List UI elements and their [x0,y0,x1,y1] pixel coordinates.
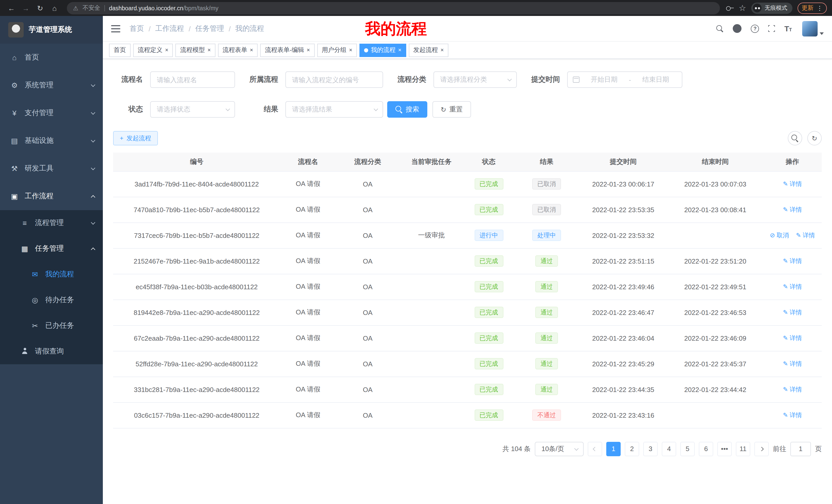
detail-link[interactable]: ✎详情 [783,282,802,291]
start-date-placeholder[interactable]: 开始日期 [583,75,625,84]
github-icon[interactable] [733,24,742,33]
reset-button[interactable]: ↻ 重置 [433,101,471,118]
sidebar-item-task-mgmt[interactable]: ▦ 任务管理 [0,236,103,261]
sidebar-item-system[interactable]: ⚙ 系统管理 [0,72,103,99]
close-icon[interactable]: × [165,47,168,53]
sidebar-item-workflow[interactable]: ▣ 工作流程 [0,183,103,210]
tools-icon: ⚒ [10,164,19,173]
close-icon[interactable]: × [349,47,353,53]
sidebar-item-done-task[interactable]: ✂ 已办任务 [0,313,103,339]
process-definition-label: 所属流程 [247,75,278,84]
breadcrumb-separator: / [229,24,231,33]
page-button-2[interactable]: 2 [625,442,639,456]
search-icon[interactable] [717,25,724,32]
detail-link[interactable]: ✎详情 [783,359,802,368]
breadcrumb-item[interactable]: 任务管理 [196,24,224,33]
fullscreen-icon[interactable] [769,25,775,32]
page-button-3[interactable]: 3 [643,442,658,456]
workflow-icon: ▣ [10,192,19,200]
detail-link[interactable]: ✎详情 [783,308,802,317]
close-icon[interactable]: × [207,47,211,53]
detail-link[interactable]: ✎详情 [783,385,802,394]
annotation-overlay: 我的流程 [365,20,427,38]
bookmark-star-icon[interactable]: ☆ [739,3,746,13]
chat-icon: ✉ [31,270,39,278]
status-badge: 已完成 [474,358,503,369]
more-pages-button[interactable]: ••• [717,442,732,456]
start-process-button[interactable]: + 发起流程 [113,131,158,145]
hamburger-icon[interactable] [111,25,120,32]
page-button-1[interactable]: 1 [606,442,621,456]
page-size-select[interactable]: 10条/页 [535,442,583,456]
filter-row-1: 流程名 所属流程 流程分类 请选择流程分类 [113,72,822,88]
reload-icon[interactable]: ↻ [34,2,46,14]
user-menu[interactable] [802,21,824,36]
current-task-link[interactable]: 一级审批 [399,222,463,248]
process-definition-input[interactable] [286,72,383,87]
breadcrumb-item[interactable]: 工作流程 [155,24,184,33]
process-table: 编号 流程名 流程分类 当前审批任务 状态 结果 提交时间 结束时间 操作 3a… [113,152,822,428]
help-icon[interactable]: ? [751,24,759,33]
sidebar-item-todo-task[interactable]: ◎ 待办任务 [0,287,103,313]
detail-link[interactable]: ✎详情 [796,231,815,240]
status-badge: 已完成 [474,204,503,215]
next-page-button[interactable] [754,442,769,456]
sidebar-item-process-mgmt[interactable]: ≡ 流程管理 [0,210,103,236]
caret-down-icon [820,32,824,35]
close-icon[interactable]: × [440,47,444,53]
edit-icon: ✎ [796,232,801,239]
font-size-icon[interactable]: TT [784,25,792,32]
page-button-6[interactable]: 6 [699,442,713,456]
close-icon[interactable]: × [307,47,310,53]
person-icon [21,347,29,356]
address-bar[interactable]: ⚠ 不安全 dashboard.yudao.iocoder.cn/bpm/tas… [67,2,720,14]
tab-start-process[interactable]: 发起流程× [409,44,448,57]
tab-user-group[interactable]: 用户分组× [317,44,357,57]
process-name-input[interactable] [151,72,234,87]
tab-home[interactable]: 首页 [109,44,131,57]
submit-time-range-picker[interactable]: 开始日期 - 结束日期 [567,72,682,88]
search-button[interactable]: 搜索 [387,101,427,118]
detail-link[interactable]: ✎详情 [783,257,802,265]
avatar[interactable] [802,21,817,36]
key-icon[interactable] [726,6,733,10]
page-button-11[interactable]: 11 [736,442,750,456]
sidebar-item-leave-query[interactable]: 请假查询 [0,339,103,364]
page-button-4[interactable]: 4 [662,442,676,456]
sidebar-item-home[interactable]: ⌂ 首页 [0,44,103,72]
close-icon[interactable]: × [398,47,401,53]
prev-page-button[interactable] [588,442,602,456]
tab-process-model[interactable]: 流程模型× [176,44,215,57]
sidebar-item-devtools[interactable]: ⚒ 研发工具 [0,155,103,183]
sidebar-item-payment[interactable]: ¥ 支付管理 [0,99,103,127]
refresh-table-button[interactable]: ↻ [807,131,822,145]
toggle-search-button[interactable] [788,131,802,145]
tab-process-form[interactable]: 流程表单× [218,44,258,57]
detail-link[interactable]: ✎详情 [783,205,802,214]
tab-my-process[interactable]: 我的流程× [359,44,406,57]
process-category-select[interactable]: 请选择流程分类 [434,72,517,88]
forward-icon[interactable]: → [20,2,32,14]
security-label[interactable]: 不安全 [82,4,100,12]
kebab-menu-icon[interactable]: ⋮ [816,4,823,11]
breadcrumb-item[interactable]: 首页 [130,24,144,33]
app-logo[interactable]: 芋道管理系统 [0,16,103,44]
status-select[interactable]: 请选择状态 [150,101,235,118]
result-select[interactable]: 请选择流结果 [285,101,383,118]
back-icon[interactable]: ← [5,2,18,14]
browser-home-icon[interactable]: ⌂ [48,2,61,14]
end-date-placeholder[interactable]: 结束日期 [634,75,677,84]
page-jump-input[interactable] [790,442,811,456]
sidebar-item-infrastructure[interactable]: ▤ 基础设施 [0,127,103,155]
detail-link[interactable]: ✎详情 [783,179,802,188]
page-button-5[interactable]: 5 [680,442,695,456]
browser-update-button[interactable]: 更新 ⋮ [798,2,827,13]
close-icon[interactable]: × [250,47,253,53]
cancel-link[interactable]: ⊘取消 [770,231,789,240]
incognito-badge[interactable]: 无痕模式 [751,2,792,13]
detail-link[interactable]: ✎详情 [783,411,802,419]
detail-link[interactable]: ✎详情 [783,334,802,342]
tab-process-form-edit[interactable]: 流程表单-编辑× [260,44,315,57]
sidebar-item-my-process[interactable]: ✉ 我的流程 [0,261,103,287]
tab-process-definition[interactable]: 流程定义× [133,44,173,57]
